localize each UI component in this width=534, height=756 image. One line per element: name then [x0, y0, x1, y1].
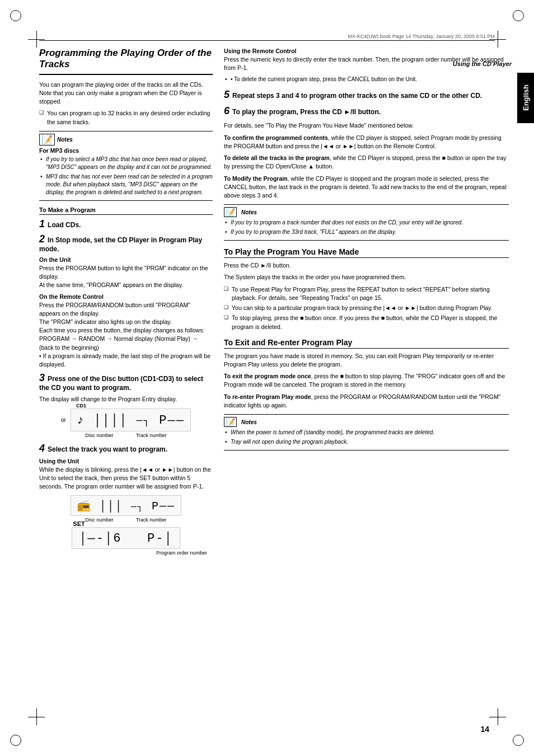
- header-bar: MX-KC4(UW).book Page 14 Thursday, Januar…: [39, 34, 495, 41]
- intro-text: You can program the playing order of the…: [39, 81, 213, 106]
- corner-mark-tl: [10, 10, 21, 21]
- play-bullet-3: To stop playing, press the ■ button once…: [224, 314, 509, 331]
- step-3-number: 3: [39, 372, 45, 383]
- display1-cap1: Disc number: [85, 433, 114, 438]
- display-1-caption: Disc number Track number: [39, 433, 213, 438]
- step-2-on-unit-text: Press the PROGRAM button to light the "P…: [39, 264, 213, 290]
- main-title: Programming the Playing Order of the Tra…: [39, 48, 213, 75]
- english-tab: English: [517, 73, 534, 123]
- display-3-area: SET │‒-│6 P-│ Program order number: [39, 527, 213, 556]
- step-4-number: 4: [39, 443, 45, 454]
- notes2-bullet-1: If you try to program a track number tha…: [224, 219, 509, 227]
- notes3-bullet-1: When the power is turned off (standby mo…: [224, 429, 509, 436]
- notes2-bullet-2: If you try to program the 33rd track, "F…: [224, 228, 509, 236]
- display2-cap1: Disc number: [85, 517, 114, 523]
- display1-cap2: Track number: [136, 433, 167, 438]
- modify-text: To Modify the Program, while the CD Play…: [224, 175, 509, 200]
- step-6: 6 To play the program, Press the CD ►/II…: [224, 105, 509, 117]
- display1-or-left: or: [61, 417, 66, 423]
- step-5-title: Repeat steps 3 and 4 to program other tr…: [232, 92, 482, 100]
- step-6-number: 6: [224, 105, 229, 116]
- play-intro: Press the CD ►/II button.: [224, 261, 509, 270]
- step-6-text: For details, see "To Play the Program Yo…: [224, 121, 509, 130]
- step-4-unit-heading: Using the Unit: [39, 458, 213, 464]
- display-3-caption: Program order number: [39, 550, 213, 556]
- using-remote-bullet: • To delete the current program step, pr…: [224, 76, 509, 83]
- corner-mark-tr: [513, 10, 524, 21]
- display-3: │‒-│6 P-│: [72, 527, 180, 549]
- play-bullet-1: To use Repeat Play for Program Play, pre…: [224, 285, 509, 302]
- notes-icon-3: 📝: [224, 417, 237, 427]
- notes-icon-2: 📝: [224, 207, 237, 217]
- notes-header-1: 📝 Notes: [39, 134, 213, 145]
- step-2: 2 In Stop mode, set the CD Player in Pro…: [39, 233, 213, 253]
- exit-intro: The program you have made is stored in m…: [224, 352, 509, 369]
- step-2-number: 2: [39, 233, 45, 245]
- corner-mark-br: [513, 735, 524, 746]
- notes-icon-1: 📝: [39, 134, 55, 145]
- display-1-area: or CD1 ♪ ││││ ‒┐ P‒‒ Disc number Track n…: [39, 408, 213, 438]
- bullet-1: You can program up to 32 tracks in any d…: [39, 109, 213, 126]
- notes-box-2: 📝 Notes If you try to program a track nu…: [224, 204, 509, 241]
- display-2-caption: Disc number Track number: [39, 517, 213, 523]
- page-number: 14: [480, 725, 489, 734]
- step-4-title: Select the track you want to program.: [48, 445, 167, 453]
- left-column: Programming the Playing Order of the Tra…: [39, 48, 213, 722]
- main-content: Programming the Playing Order of the Tra…: [39, 48, 509, 722]
- using-remote-heading: Using the Remote Control: [224, 48, 509, 54]
- step-4-unit-text: While the display is blinking, press the…: [39, 466, 213, 491]
- step-5-number: 5: [224, 89, 229, 100]
- step-2-remote-heading: On the Remote Control: [39, 293, 213, 300]
- display2-cap2: Track number: [136, 517, 167, 523]
- step-1-title: Load CDs.: [48, 221, 81, 229]
- set-label: SET: [73, 520, 85, 527]
- exit-text: To exit the program mode once, press the…: [224, 372, 509, 389]
- corner-mark-bl: [10, 735, 21, 746]
- display-1: ♪ ││││ ‒┐ P‒‒: [71, 408, 191, 431]
- notes-bullet-2: MP3 disc that has not ever been read can…: [39, 173, 213, 196]
- display-2: 📻 │││ ‒┐ P‒‒: [71, 495, 181, 516]
- step-1-number: 1: [39, 218, 45, 229]
- step-3-text: The display will change to the Program E…: [39, 395, 213, 403]
- notes-box-1: 📝 Notes For MP3 discs If you try to sele…: [39, 131, 213, 201]
- confirm-text: To confirm the programmed contents, whil…: [224, 134, 509, 151]
- notes-sub-header: For MP3 discs: [39, 147, 213, 154]
- step-5: 5 Repeat steps 3 and 4 to program other …: [224, 89, 509, 101]
- play-program-heading: To Play the Program You Have Made: [224, 247, 509, 258]
- delete-text: To delete all the tracks in the program,…: [224, 154, 509, 171]
- step-2-on-unit-heading: On the Unit: [39, 256, 213, 263]
- exit-heading: To Exit and Re-enter Program Play: [224, 338, 509, 349]
- notes-header-2: 📝 Notes: [224, 207, 509, 217]
- step-3: 3 Press one of the Disc button (CD1-CD3)…: [39, 372, 213, 392]
- step-3-title: Press one of the Disc button (CD1-CD3) t…: [39, 375, 203, 392]
- step-2-title: In Stop mode, set the CD Player in Progr…: [39, 236, 202, 253]
- notes-header-3: 📝 Notes: [224, 417, 509, 427]
- notes-box-3: 📝 Notes When the power is turned off (st…: [224, 414, 509, 450]
- reenter-text: To re-enter Program Play mode, press the…: [224, 393, 509, 410]
- step-1: 1 Load CDs.: [39, 218, 213, 230]
- page: MX-KC4(UW).book Page 14 Thursday, Januar…: [0, 0, 534, 756]
- step-4: 4 Select the track you want to program.: [39, 443, 213, 454]
- notes-bullet-1: If you try to select a MP3 disc that has…: [39, 156, 213, 171]
- play-text: The System plays the tracks in the order…: [224, 273, 509, 281]
- notes3-bullet-2: Tray will not open during the program pl…: [224, 438, 509, 446]
- step-6-title: To play the program, Press the CD ►/II b…: [232, 108, 381, 116]
- file-info: MX-KC4(UW).book Page 14 Thursday, Januar…: [348, 34, 495, 39]
- program-order-caption: Program order number: [156, 550, 207, 556]
- display-2-area: 📻 │││ ‒┐ P‒‒ Disc number Track number: [39, 495, 213, 523]
- make-program-heading: To Make a Program: [39, 206, 213, 215]
- play-bullet-2: You can skip to a particular program tra…: [224, 304, 509, 312]
- display1-cd1-label: CD1: [76, 403, 86, 408]
- right-column: Using the Remote Control Press the numer…: [224, 48, 509, 722]
- step-2-remote-text: Press the PROGRAM/RANDOM button until "P…: [39, 301, 213, 369]
- using-remote-text: Press the numeric keys to directly enter…: [224, 55, 509, 72]
